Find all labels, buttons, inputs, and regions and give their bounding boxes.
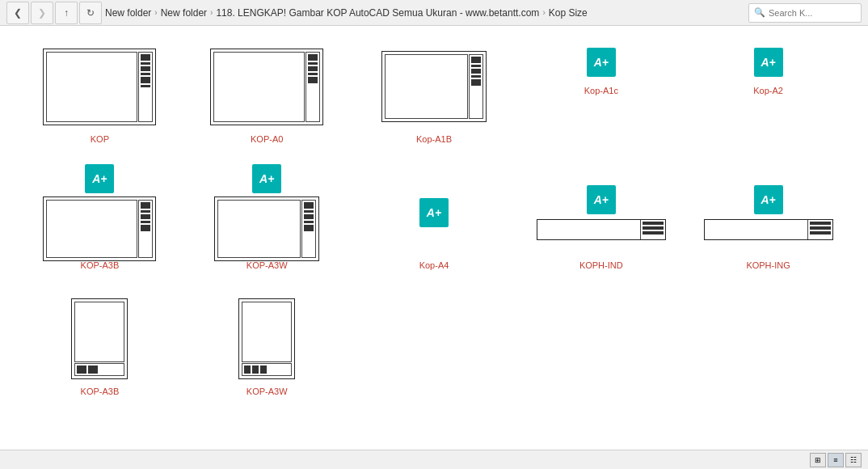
file-name-kop-a2: Kop-A2 [753,86,783,95]
search-box[interactable]: 🔍 [748,3,862,23]
breadcrumb-new-folder-2[interactable]: New folder [161,7,207,19]
view-detail-button[interactable]: ☷ [845,453,862,467]
breadcrumb-main-folder[interactable]: 118. LENGKAP! Gambar KOP AutoCAD Semua U… [216,7,539,19]
acad-icon-kop-a4 [419,198,449,227]
nav-buttons: ❮ ❯ ↑ ↻ [6,2,102,24]
refresh-button[interactable]: ↻ [79,2,102,24]
file-thumb-kop-a2 [704,42,833,82]
status-bar: ⊞ ≡ ☷ [0,450,868,469]
file-item-kop-a3b-portrait[interactable]: KOP-A3B [24,294,175,396]
file-name-koph-ind: KOPH-IND [579,260,623,270]
view-list-button[interactable]: ≡ [828,453,844,467]
file-name-kop-a4: Kop-A4 [419,260,449,270]
file-name-kop-a1c: Kop-A1c [584,86,618,95]
acad-icon-kop-a2 [754,48,783,77]
file-thumb-kop-a3w [202,168,331,257]
file-item-kop-a2[interactable]: Kop-A2 [693,42,844,95]
file-item-koph-ing[interactable]: KOPH-ING [693,168,844,270]
file-thumb-kop [35,42,164,131]
acad-icon-kop-a3b [85,164,114,193]
acad-icon-kop-a3w [252,164,281,193]
file-thumb-koph-ind [537,168,666,257]
file-item-kop-a0[interactable]: KOP-A0 [192,42,343,144]
file-item-kop-a3b[interactable]: KOP-A3B [24,168,175,270]
file-name-kop-a3w: KOP-A3W [246,260,288,270]
file-thumb-kop-a3b [35,168,164,257]
file-thumb-kop-a3b-portrait [35,294,164,383]
breadcrumb-new-folder-1[interactable]: New folder [105,7,151,19]
file-item-kop-a4[interactable]: Kop-A4 [359,168,510,270]
file-thumb-kop-a3w-portrait [202,294,331,383]
file-thumb-kop-a4 [369,168,499,257]
forward-button: ❯ [31,2,53,24]
file-item-koph-ind[interactable]: KOPH-IND [525,168,676,270]
search-icon: 🔍 [754,7,765,18]
file-name-kop-a3w-portrait: KOP-A3W [246,387,288,396]
file-item-kop-a1c[interactable]: Kop-A1c [525,42,676,95]
file-name-kop-a1b: Kop-A1B [416,134,452,144]
file-name-kop: KOP [91,134,109,144]
file-thumb-kop-a1b [369,42,499,131]
file-thumb-kop-a1c [537,42,666,82]
up-button[interactable]: ↑ [55,2,78,24]
breadcrumb-kop-size[interactable]: Kop Size [549,7,588,19]
file-name-kop-a3b-portrait: KOP-A3B [81,387,120,396]
acad-icon-koph-ind [587,185,616,214]
file-name-kop-a0: KOP-A0 [251,134,283,144]
back-button[interactable]: ❮ [6,2,29,24]
top-bar: ❮ ❯ ↑ ↻ New folder › New folder › 118. L… [0,0,868,26]
view-grid-button[interactable]: ⊞ [810,453,826,467]
file-grid: KOP KOP-A0 [24,42,844,396]
file-name-koph-ing: KOPH-ING [746,260,790,270]
acad-icon-kop-a1c [587,48,616,77]
content-area: KOP KOP-A0 [0,26,868,450]
file-thumb-koph-ing [704,168,833,257]
file-name-kop-a3b: KOP-A3B [81,260,120,270]
file-item-kop-a3w[interactable]: KOP-A3W [192,168,343,270]
file-item-kop-a3w-portrait[interactable]: KOP-A3W [192,294,343,396]
file-item-kop-a1b[interactable]: Kop-A1B [359,42,510,144]
acad-icon-koph-ing [754,185,783,214]
file-item-kop[interactable]: KOP [24,42,175,144]
search-input[interactable] [769,8,849,18]
view-buttons: ⊞ ≡ ☷ [810,453,862,467]
file-thumb-kop-a0 [202,42,331,131]
breadcrumb: New folder › New folder › 118. LENGKAP! … [105,7,745,19]
